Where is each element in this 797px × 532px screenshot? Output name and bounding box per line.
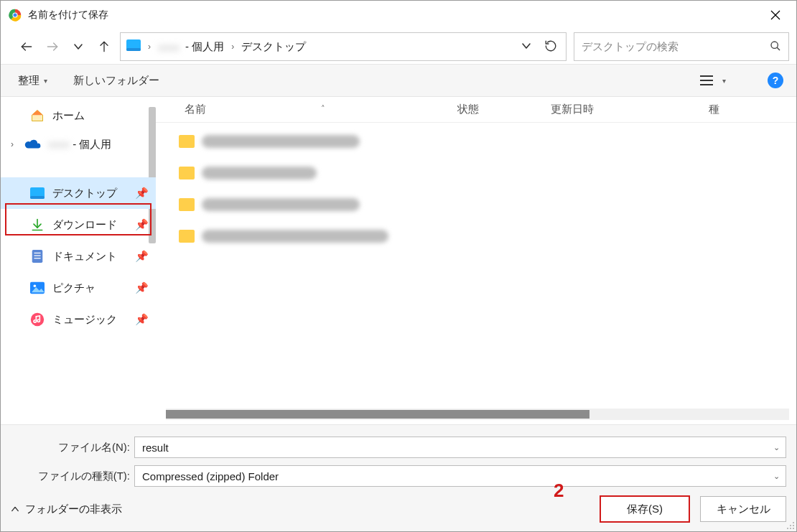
back-button[interactable] [18,34,35,60]
organize-label: 整理 [18,74,39,88]
refresh-button[interactable] [544,39,557,55]
breadcrumb-dropdown-icon[interactable] [521,41,531,53]
recent-button[interactable] [70,34,87,60]
file-row[interactable] [156,189,796,220]
window-title: 名前を付けて保存 [28,9,108,22]
forward-button[interactable] [44,34,61,60]
filename-field[interactable]: result ⌄ [134,437,786,458]
sidebar-item-home[interactable]: ホーム [1,101,156,130]
file-row[interactable] [156,126,796,157]
sidebar: ホーム › xxxx - 個人用 デスクトップ 📌 [1,97,156,424]
search-icon [770,40,781,54]
column-status[interactable]: 状態 [457,103,551,116]
filetype-label: ファイルの種類(T): [11,470,130,483]
column-type[interactable]: 種 [709,103,796,116]
music-icon [29,312,45,327]
organize-button[interactable]: 整理 ▾ [18,74,47,88]
chevron-down-icon: ▾ [44,77,47,85]
filetype-field[interactable]: Compressed (zipped) Folder ⌄ [134,465,786,487]
pin-icon: 📌 [135,313,149,326]
help-button[interactable]: ? [768,73,783,88]
sidebar-pictures-label: ピクチャ [52,281,128,295]
body: 1 ホーム › xxxx - 個人用 [1,97,796,424]
column-name[interactable]: 名前 ˄ [156,103,457,116]
sort-indicator-icon: ˄ [321,104,325,113]
svg-point-24 [34,284,37,287]
svg-point-2 [13,13,17,17]
pin-icon: 📌 [135,250,149,263]
svg-point-10 [771,42,778,48]
file-row[interactable] [156,220,796,252]
file-list: 名前 ˄ 状態 更新日時 種 [156,97,796,424]
pin-icon: 📌 [135,281,149,294]
pin-icon: 📌 [135,187,149,200]
close-button[interactable] [759,1,792,29]
sidebar-desktop-label: デスクトップ [52,187,128,200]
footer: 2 フォルダーの非表示 保存(S) キャンセル [1,494,796,531]
column-headers: 名前 ˄ 状態 更新日時 種 [156,97,796,123]
chrome-icon [8,8,22,22]
folder-icon [179,135,195,148]
chevron-down-icon: ▾ [722,77,726,85]
filename-label: ファイル名(N): [11,441,130,454]
title-bar: 名前を付けて保存 [1,1,796,29]
folder-icon [179,230,195,243]
nav-row: › xxxx - 個人用 › デスクトップ デスクトップの検索 [1,29,796,64]
hide-folders-button[interactable]: フォルダーの非表示 [11,503,122,516]
svg-line-11 [777,47,780,50]
filetype-value: Compressed (zipped) Folder [142,470,279,482]
save-form: ファイル名(N): result ⌄ ファイルの種類(T): Compresse… [1,424,796,494]
sidebar-music-label: ミュージック [52,313,128,327]
sidebar-item-desktop[interactable]: デスクトップ 📌 [1,177,156,209]
sidebar-item-onedrive[interactable]: › xxxx - 個人用 [1,130,156,159]
up-button[interactable] [95,34,113,60]
cloud-icon [25,136,41,152]
breadcrumb[interactable]: › xxxx - 個人用 › デスクトップ [120,32,567,61]
search-placeholder: デスクトップの検索 [582,40,770,54]
sidebar-item-documents[interactable]: ドキュメント 📌 [1,241,156,272]
sidebar-home-label: ホーム [52,109,149,123]
folder-icon [179,167,195,179]
chevron-up-icon [11,503,19,515]
desktop-icon [126,39,141,54]
chevron-right-icon: › [146,42,152,52]
sidebar-downloads-label: ダウンロード [52,218,128,232]
svg-rect-9 [126,48,141,51]
sidebar-documents-label: ドキュメント [52,250,128,263]
filename-value: result [142,442,169,454]
chevron-down-icon[interactable]: ⌄ [773,443,780,452]
desktop-icon [29,185,45,201]
sidebar-item-music[interactable]: ミュージック 📌 [1,304,156,335]
save-button[interactable]: 保存(S) [600,495,690,523]
folder-icon [179,198,195,211]
svg-rect-19 [32,250,43,263]
file-rows [156,123,796,409]
new-folder-button[interactable]: 新しいフォルダー [73,74,159,88]
pictures-icon [29,280,45,296]
chevron-right-icon: › [230,42,236,52]
pin-icon: 📌 [135,218,149,231]
home-icon [29,108,45,123]
sidebar-item-pictures[interactable]: ピクチャ 📌 [1,272,156,304]
save-as-dialog: 名前を付けて保存 [0,0,797,532]
cancel-button[interactable]: キャンセル [700,496,786,522]
file-row[interactable] [156,157,796,189]
sidebar-item-downloads[interactable]: ダウンロード 📌 [1,209,156,241]
column-date[interactable]: 更新日時 [551,103,709,116]
breadcrumb-seg-user[interactable]: xxxx [158,41,180,53]
chevron-right-icon: › [11,139,14,149]
view-options-button[interactable]: ▾ [699,75,726,86]
download-icon [29,217,45,233]
sidebar-onedrive-label: xxxx - 個人用 [48,138,149,151]
chevron-down-icon[interactable]: ⌄ [773,472,780,481]
breadcrumb-seg-desktop[interactable]: デスクトップ [241,40,306,54]
nav-buttons [18,34,113,60]
horizontal-scrollbar[interactable] [166,409,789,420]
document-icon [29,248,45,264]
hide-folders-label: フォルダーの非表示 [25,503,122,516]
svg-rect-16 [30,196,45,199]
search-box[interactable]: デスクトップの検索 [574,32,789,61]
toolbar: 整理 ▾ 新しいフォルダー ▾ ? [1,64,796,97]
breadcrumb-seg-personal[interactable]: - 個人用 [185,40,224,54]
